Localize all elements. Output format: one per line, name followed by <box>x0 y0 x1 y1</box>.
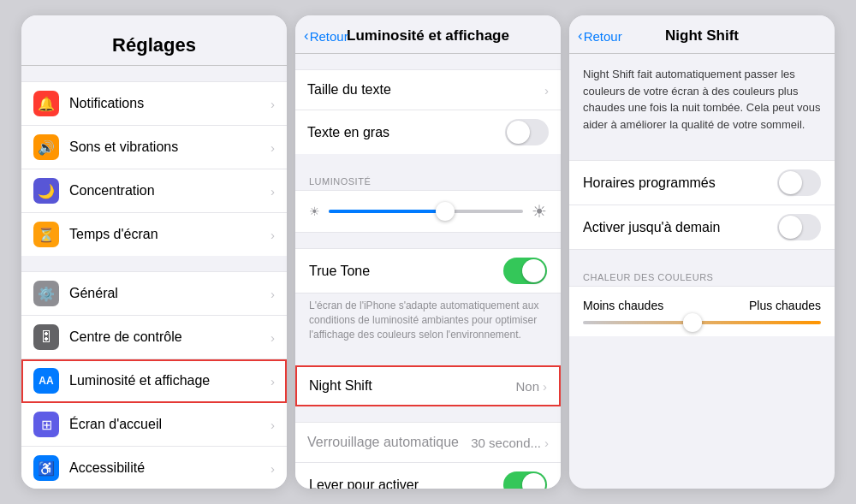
right-panel-body: Night Shift fait automatiquement passer … <box>569 54 835 489</box>
settings-row-concentration[interactable]: 🌙Concentration› <box>21 169 287 213</box>
chevron-icon: › <box>270 287 275 301</box>
chevron-icon: › <box>270 97 275 111</box>
true-tone-note: L'écran de l'iPhone s'adapte automatique… <box>295 294 561 350</box>
chevron-icon: › <box>270 330 275 345</box>
night-shift-chevron-icon: › <box>543 379 547 394</box>
activer-toggle[interactable] <box>777 214 821 240</box>
settings-group-1: 🔔Notifications›🔊Sons et vibrations›🌙Conc… <box>21 81 287 256</box>
activer-row[interactable]: Activer jusqu'à demain <box>569 205 835 250</box>
mid-panel-body: Taille du texte › Texte en gras LUMINOSI… <box>295 54 561 489</box>
night-shift-label: Night Shift <box>309 378 515 394</box>
horaires-row[interactable]: Horaires programmés <box>569 160 835 205</box>
row-icon: 🔊 <box>33 134 59 160</box>
color-temp-section: CHALEUR DES COULEURS Moins chaudes Plus … <box>569 265 835 336</box>
auto-lock-value: 30 second... <box>471 436 541 450</box>
settings-panel-right: ‹ Retour Night Shift Night Shift fait au… <box>569 15 835 489</box>
row-icon: ⏳ <box>33 222 59 247</box>
settings-row-écran-d'accueil[interactable]: ⊞Écran d'accueil› <box>21 403 287 447</box>
brightness-low-icon: ☀ <box>309 205 320 218</box>
right-back-chevron-icon: ‹ <box>578 28 583 43</box>
night-shift-toggles-section: Horaires programmés Activer jusqu'à dema… <box>569 160 835 250</box>
auto-lock-row[interactable]: Verrouillage automatique 30 second... › <box>295 422 561 463</box>
lever-toggle[interactable] <box>503 471 547 489</box>
night-shift-description: Night Shift fait automatiquement passer … <box>569 54 835 145</box>
mid-panel-title: Luminosité et affichage <box>347 27 509 44</box>
row-label: Temps d'écran <box>69 227 270 242</box>
color-slider-thumb <box>683 313 702 332</box>
row-icon: ♿ <box>33 455 59 481</box>
settings-row-luminosité-et-affichage[interactable]: AALuminosité et affichage› <box>21 359 287 403</box>
row-label: Écran d'accueil <box>69 417 270 432</box>
settings-group-2: ⚙️Général›🎛Centre de contrôle›AALuminosi… <box>21 271 287 489</box>
left-panel-title: Réglages <box>112 34 196 56</box>
auto-lock-chevron-icon: › <box>544 436 549 450</box>
settings-group1-rows: 🔔Notifications›🔊Sons et vibrations›🌙Conc… <box>21 81 287 256</box>
temp-label-less-warm: Moins chaudes <box>583 299 663 312</box>
taille-chevron-icon: › <box>544 83 549 98</box>
luminosite-thumb <box>436 202 455 221</box>
settings-row-sons-et-vibrations[interactable]: 🔊Sons et vibrations› <box>21 126 287 169</box>
row-icon: 🌙 <box>33 178 59 204</box>
luminosite-section-label: LUMINOSITÉ <box>295 169 561 190</box>
true-tone-section: True Tone L'écran de l'iPhone s'adapte a… <box>295 248 561 350</box>
row-icon: AA <box>33 368 59 394</box>
color-slider-track[interactable] <box>583 321 821 324</box>
row-label: Luminosité et affichage <box>69 373 270 388</box>
mid-back-button[interactable]: ‹ Retour <box>304 29 348 44</box>
row-icon: 🔔 <box>33 91 59 116</box>
chevron-icon: › <box>270 140 275 155</box>
horaires-knob <box>779 171 802 194</box>
texte-en-gras-toggle[interactable] <box>505 119 549 145</box>
left-panel-body: 🔔Notifications›🔊Sons et vibrations›🌙Conc… <box>21 66 287 489</box>
mid-back-label: Retour <box>310 29 348 44</box>
row-label: Centre de contrôle <box>69 329 270 345</box>
color-temp-slider-row[interactable]: Moins chaudes Plus chaudes <box>569 286 835 336</box>
right-back-button[interactable]: ‹ Retour <box>578 29 622 44</box>
settings-row-général[interactable]: ⚙️Général› <box>21 271 287 316</box>
true-tone-knob <box>522 259 545 282</box>
night-shift-value: Non <box>515 379 539 394</box>
luminosite-slider-row[interactable]: ☀ ☀ <box>295 190 561 233</box>
chevron-icon: › <box>270 461 275 476</box>
row-icon: 🎛 <box>33 324 59 350</box>
lever-knob <box>522 473 545 489</box>
luminosite-fill <box>329 210 445 213</box>
settings-row-centre-de-contrôle[interactable]: 🎛Centre de contrôle› <box>21 316 287 359</box>
true-tone-toggle[interactable] <box>503 258 547 284</box>
true-tone-label: True Tone <box>309 264 503 279</box>
chevron-icon: › <box>270 418 275 432</box>
settings-group2-rows: ⚙️Général›🎛Centre de contrôle›AALuminosi… <box>21 271 287 489</box>
row-label: Accessibilité <box>69 460 270 476</box>
left-panel-header: Réglages <box>21 15 287 66</box>
texte-en-gras-label: Texte en gras <box>307 125 505 140</box>
row-label: Général <box>69 286 270 301</box>
brightness-high-icon: ☀ <box>532 201 547 222</box>
chevron-icon: › <box>270 374 275 388</box>
settings-row-notifications[interactable]: 🔔Notifications› <box>21 81 287 126</box>
texte-en-gras-row[interactable]: Texte en gras <box>295 110 561 154</box>
chevron-icon: › <box>270 184 275 199</box>
settings-row-accessibilité[interactable]: ♿Accessibilité› <box>21 447 287 489</box>
chevron-icon: › <box>270 228 275 242</box>
luminosite-section: LUMINOSITÉ ☀ ☀ <box>295 169 561 233</box>
row-label: Concentration <box>69 183 270 199</box>
night-shift-row[interactable]: Night Shift Non › <box>295 365 561 406</box>
luminosite-track[interactable] <box>329 210 523 213</box>
lever-row[interactable]: Lever pour activer <box>295 463 561 489</box>
back-chevron-icon: ‹ <box>304 28 309 43</box>
right-back-label: Retour <box>584 29 622 44</box>
settings-panel-left: Réglages 🔔Notifications›🔊Sons et vibrati… <box>21 15 287 489</box>
toggle-knob <box>507 121 530 144</box>
row-label: Notifications <box>69 96 270 111</box>
taille-du-texte-row[interactable]: Taille du texte › <box>295 69 561 110</box>
right-panel-title: Night Shift <box>665 27 739 44</box>
color-temp-labels: Moins chaudes Plus chaudes <box>583 299 821 312</box>
true-tone-row[interactable]: True Tone <box>295 248 561 294</box>
activer-label: Activer jusqu'à demain <box>583 220 777 235</box>
mid-panel-header: ‹ Retour Luminosité et affichage <box>295 15 561 54</box>
mid-top-section: Taille du texte › Texte en gras <box>295 69 561 154</box>
chaleur-section-label: CHALEUR DES COULEURS <box>569 265 835 286</box>
settings-row-temps-d'écran[interactable]: ⏳Temps d'écran› <box>21 213 287 256</box>
horaires-toggle[interactable] <box>777 169 821 196</box>
settings-panel-mid: ‹ Retour Luminosité et affichage Taille … <box>295 15 561 489</box>
